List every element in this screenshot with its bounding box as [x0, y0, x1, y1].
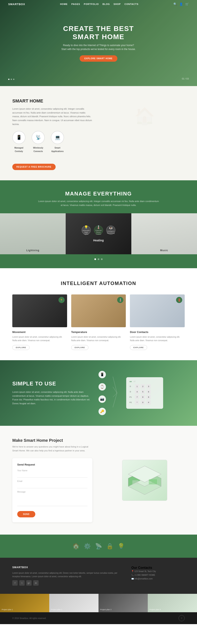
footer-icon-4: 🔒 [106, 543, 113, 550]
device-icon-1: 📱 [99, 371, 106, 378]
contact-form: Send Request Your Name Email Message Sen… [12, 458, 92, 522]
temperature-explore-button[interactable]: EXPLORE [71, 345, 88, 350]
navbar: SMARTBOX HOME PAGES PORTFOLIO BLOG SHOP … [0, 0, 197, 8]
project-title: Make Smart Home Project [12, 438, 92, 443]
footer-projects: Project plan 1 Project plan 2 Project pl… [0, 594, 197, 612]
door-title: Door Contacts [130, 330, 185, 334]
nav-shop[interactable]: SHOP [113, 3, 121, 5]
slider-dots [0, 258, 197, 260]
dot-1[interactable] [8, 79, 10, 80]
slider-dot-3[interactable] [101, 258, 103, 260]
key-3[interactable]: 3 [146, 384, 151, 389]
panel-music: Music [131, 213, 197, 254]
keypad-switch: on off [129, 380, 160, 382]
slider-dot-2[interactable] [98, 258, 99, 260]
smart-home-title: SMART HOME [12, 98, 92, 104]
twitter-button[interactable]: t [19, 580, 25, 586]
footer-icons-row: 🏠 ⚙️ 📡 🔒 💡 [12, 543, 185, 550]
footer-about-text: Lorem ipsum dolor sit amet, consectetur … [12, 571, 119, 578]
footer-logo: SMARTBOX [12, 566, 119, 569]
back-to-top-button[interactable]: ↑ [178, 615, 185, 621]
copyright-text: © 2016 Smartbox. All rights reserved. [12, 617, 46, 620]
email-input[interactable] [17, 483, 87, 488]
email-field: Email [17, 480, 87, 488]
project-thumb-1[interactable]: Project plan 1 [0, 594, 49, 612]
key-1[interactable]: 1 [135, 384, 139, 389]
googleplus-button[interactable]: g+ [26, 580, 32, 586]
nav-contacts[interactable]: CONTACTS [124, 3, 138, 5]
smart-home-illustration: 🏠 [105, 98, 185, 139]
cart-icon[interactable]: 🛒 [185, 2, 189, 6]
key-hash[interactable]: # [146, 400, 151, 405]
footer-contacts-heading: Our Contacts [131, 566, 185, 570]
features-list: 📱 ManagedCentraly 📡 WirelesslyConnects 💻… [12, 131, 92, 158]
dot-2[interactable] [11, 79, 12, 80]
key-9[interactable]: 9 [146, 395, 151, 399]
key-2[interactable]: 2 [141, 384, 145, 389]
smart-home-section: SMART HOME Lorem ipsum dolor sit amet, c… [0, 86, 197, 180]
project-right [105, 438, 185, 522]
footer-contacts: Our Contacts 📍 123 Smart St, Tech City 📞… [131, 566, 185, 586]
key-7[interactable]: 7 [135, 395, 139, 399]
footer-bottom: © 2016 Smartbox. All rights reserved. ↑ [0, 612, 197, 624]
movement-explore-button[interactable]: EXPLORE [12, 345, 30, 350]
message-input[interactable] [17, 494, 87, 506]
project-thumb-2[interactable]: Project plan 2 [49, 594, 99, 612]
footer-about: SMARTBOX Lorem ipsum dolor sit amet, con… [12, 566, 119, 586]
keypad-row-3: P1 7 8 9 [129, 395, 160, 399]
project-description: We're here to answer any questions you m… [12, 445, 92, 452]
key-0[interactable]: 0 [141, 400, 145, 405]
door-desc: Lorem ipsum dolor sit amet, consectetur … [130, 335, 185, 342]
feature-managed-label: ManagedCentraly [12, 146, 26, 153]
key-6[interactable]: 6 [146, 390, 151, 394]
feature-apps-label: SmartApplications [51, 146, 64, 153]
hero-cta-button[interactable]: EXPLORE SMART HOME [80, 55, 118, 62]
keypad-panel: on off ① 1 2 3 ② 4 5 6 P1 7 8 9 [126, 377, 163, 409]
feature-apps: 💻 SmartApplications [51, 131, 64, 158]
auto-card-movement: 🏃 Movement Lorem ipsum dolor sit amet, c… [12, 294, 67, 350]
search-icon[interactable]: 🔍 [173, 2, 177, 6]
device-icon-4: 🔑 [99, 408, 106, 415]
key-4[interactable]: 4 [135, 390, 139, 394]
slider-dot-1[interactable] [94, 258, 96, 260]
door-badge: 🚪 [176, 297, 182, 303]
temperature-badge: 🌡️ [117, 297, 123, 303]
nav-portfolio[interactable]: PORTFOLIO [84, 3, 99, 5]
connection-lines [107, 372, 119, 414]
switch-off[interactable]: off [133, 380, 135, 382]
switch-on[interactable]: on [129, 380, 132, 382]
project-thumb-4[interactable]: Project plan 4 [148, 594, 197, 612]
key-8[interactable]: 8 [141, 395, 145, 399]
linkedin-button[interactable]: in [33, 580, 39, 586]
hero-section: CREATE THE BEST SMART HOME Ready to dive… [0, 0, 197, 86]
project-thumb-3[interactable]: Project plan 3 [99, 594, 148, 612]
nav-home[interactable]: HOME [60, 3, 68, 5]
key-5[interactable]: 5 [141, 390, 145, 394]
svg-rect-9 [132, 480, 138, 484]
user-icon[interactable]: 👤 [179, 2, 183, 6]
apps-icon: 💻 [51, 131, 64, 144]
key-star[interactable]: * [135, 400, 139, 405]
request-brochure-button[interactable]: REQUEST A FREE BROCHURE [12, 164, 56, 170]
name-input[interactable] [17, 472, 87, 478]
keypad-row-2: ② 4 5 6 [129, 390, 160, 394]
footer-top: 🏠 ⚙️ 📡 🔒 💡 [0, 534, 197, 558]
dot-3[interactable] [13, 79, 14, 80]
send-button[interactable]: Send [17, 511, 35, 517]
auto-card-temperature: 🌡️ Temperature Lorem ipsum dolor sit ame… [71, 294, 126, 350]
facebook-button[interactable]: f [12, 580, 18, 586]
door-explore-button[interactable]: EXPLORE [130, 345, 147, 350]
feature-wireless: 📡 WirelesslyConnects [32, 131, 45, 158]
room-control-icon: 🌡️ExternalRoom Control [94, 226, 103, 234]
panel-heating: 💡AutomaticNight Lights 🌡️ExternalRoom Co… [66, 213, 131, 254]
project-thumb-2-label: Project plan 2 [51, 608, 62, 610]
manage-description: Lorem ipsum dolor sit amet, consectetur … [37, 199, 160, 207]
footer-address: 📍 123 Smart St, Tech City 📞 +1 800 SMART… [131, 570, 185, 581]
house-svg [124, 462, 165, 499]
nav-pages[interactable]: PAGES [71, 3, 80, 5]
footer-mid: SMARTBOX Lorem ipsum dolor sit amet, con… [0, 558, 197, 594]
nav-blog[interactable]: BLOG [103, 3, 110, 5]
hero-counter: 01 / 03 [182, 78, 189, 80]
name-label: Your Name [17, 470, 87, 472]
panel-lightning: Lightning [0, 213, 66, 254]
